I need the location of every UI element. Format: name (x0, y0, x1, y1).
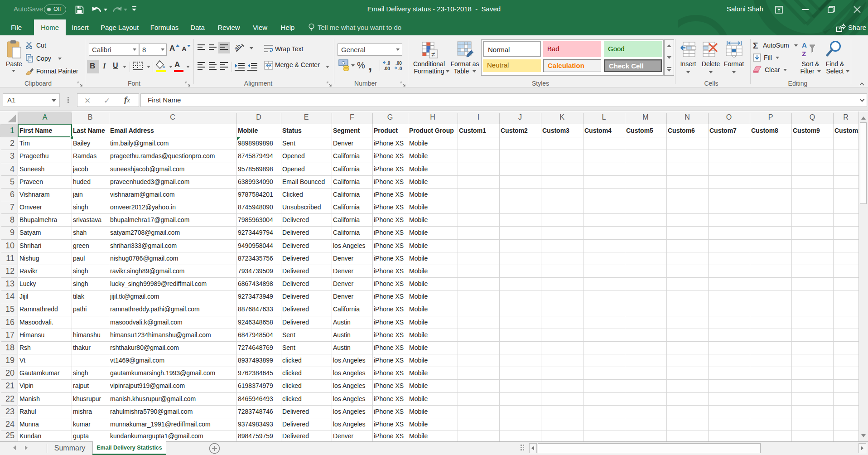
svg-text:Z: Z (802, 50, 806, 58)
svg-text:A: A (802, 41, 807, 49)
svg-text:.0: .0 (386, 61, 391, 66)
svg-text:.00: .00 (384, 66, 390, 71)
svg-text:≠: ≠ (431, 50, 435, 58)
